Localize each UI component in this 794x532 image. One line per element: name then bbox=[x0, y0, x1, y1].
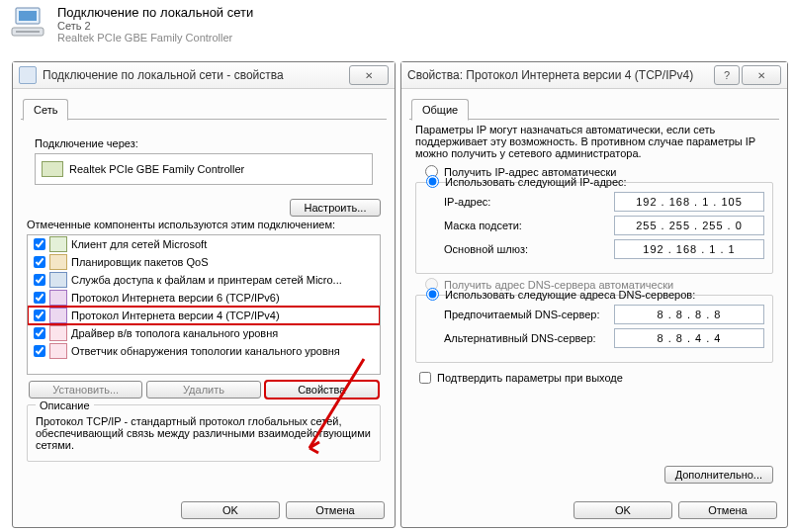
dialog2-titlebar: Свойства: Протокол Интернета версии 4 (T… bbox=[401, 62, 787, 89]
description-group: Описание Протокол TCP/IP - стандартный п… bbox=[27, 404, 381, 462]
tab-network[interactable]: Сеть bbox=[23, 99, 68, 121]
item-checkbox[interactable] bbox=[34, 345, 45, 357]
list-item[interactable]: Клиент для сетей Microsoft bbox=[28, 235, 380, 253]
lltd-driver-icon bbox=[49, 325, 67, 341]
qos-icon bbox=[49, 254, 67, 270]
list-item[interactable]: Ответчик обнаружения топологии канальног… bbox=[28, 342, 380, 360]
ipv4-icon bbox=[49, 308, 67, 323]
ipv4-properties-dialog: Свойства: Протокол Интернета версии 4 (T… bbox=[400, 61, 788, 528]
dns2-label: Альтернативный DNS-сервер: bbox=[444, 332, 596, 344]
advanced-button[interactable]: Дополнительно... bbox=[664, 466, 773, 484]
help-button[interactable]: ? bbox=[714, 65, 740, 85]
close-button[interactable]: ✕ bbox=[742, 65, 781, 85]
radio-manual-dns-input[interactable] bbox=[426, 288, 439, 301]
nic-icon bbox=[42, 161, 63, 177]
list-item[interactable]: Планировщик пакетов QoS bbox=[28, 253, 380, 271]
ok-button[interactable]: OK bbox=[573, 501, 672, 519]
list-item[interactable]: Драйвер в/в тополога канального уровня bbox=[28, 324, 380, 342]
description-text: Протокол TCP/IP - стандартный протокол г… bbox=[36, 415, 372, 451]
gateway-label: Основной шлюз: bbox=[444, 243, 528, 255]
confirm-label: Подтвердить параметры при выходе bbox=[437, 372, 623, 384]
item-label: Протокол Интернета версии 4 (TCP/IPv4) bbox=[71, 310, 280, 321]
item-label: Протокол Интернета версии 6 (TCP/IPv6) bbox=[71, 292, 280, 304]
confirm-checkbox[interactable] bbox=[419, 372, 431, 384]
cancel-button[interactable]: Отмена bbox=[678, 501, 777, 519]
mask-input[interactable]: 255 . 255 . 255 . 0 bbox=[614, 216, 764, 235]
ok-button[interactable]: OK bbox=[181, 501, 280, 519]
dialog1-titlebar: Подключение по локальной сети - свойства… bbox=[13, 62, 395, 89]
close-button[interactable]: ✕ bbox=[349, 65, 389, 85]
mask-label: Маска подсети: bbox=[444, 220, 522, 231]
radio-label: Использовать следующие адреса DNS-сервер… bbox=[445, 289, 695, 301]
ip-note: Параметры IP могут назначаться автоматич… bbox=[415, 124, 773, 159]
list-item-ipv4[interactable]: Протокол Интернета версии 4 (TCP/IPv4) bbox=[28, 307, 380, 324]
properties-button[interactable]: Свойства bbox=[265, 381, 379, 399]
install-button[interactable]: Установить... bbox=[29, 381, 142, 399]
manual-dns-group: Использовать следующие адреса DNS-сервер… bbox=[415, 295, 773, 363]
adapter-properties-dialog: Подключение по локальной сети - свойства… bbox=[12, 61, 396, 528]
item-checkbox[interactable] bbox=[34, 274, 45, 286]
radio-manual-dns[interactable]: Использовать следующие адреса DNS-сервер… bbox=[416, 288, 764, 301]
share-icon bbox=[49, 272, 67, 288]
item-label: Драйвер в/в тополога канального уровня bbox=[71, 327, 278, 339]
item-label: Служба доступа к файлам и принтерам сете… bbox=[71, 274, 342, 286]
item-checkbox[interactable] bbox=[34, 238, 45, 250]
connection-adapter: Realtek PCIe GBE Family Controller bbox=[57, 32, 253, 44]
remove-button[interactable]: Удалить bbox=[146, 381, 260, 399]
dns1-input[interactable]: 8 . 8 . 8 . 8 bbox=[614, 305, 764, 324]
item-label: Ответчик обнаружения топологии канальног… bbox=[71, 345, 340, 357]
gateway-input[interactable]: 192 . 168 . 1 . 1 bbox=[614, 239, 764, 259]
ip-input[interactable]: 192 . 168 . 1 . 105 bbox=[614, 192, 764, 212]
dlg2-tabstrip: Общие bbox=[409, 97, 779, 120]
connection-header: Подключение по локальной сети Сеть 2 Rea… bbox=[8, 4, 253, 44]
dns1-label: Предпочитаемый DNS-сервер: bbox=[444, 309, 599, 320]
ipv6-icon bbox=[49, 290, 67, 306]
list-item[interactable]: Протокол Интернета версии 6 (TCP/IPv6) bbox=[28, 289, 380, 307]
confirm-on-exit[interactable]: Подтвердить параметры при выходе bbox=[415, 369, 773, 387]
radio-label: Использовать следующий IP-адрес: bbox=[445, 176, 627, 188]
network-adapter-icon bbox=[8, 4, 51, 44]
dialog-icon bbox=[19, 66, 37, 84]
configure-button[interactable]: Настроить... bbox=[290, 199, 381, 217]
lltd-responder-icon bbox=[49, 343, 67, 359]
tab-general[interactable]: Общие bbox=[411, 99, 469, 121]
adapter-display: Realtek PCIe GBE Family Controller bbox=[35, 153, 373, 185]
item-checkbox[interactable] bbox=[34, 310, 45, 321]
dialog1-title: Подключение по локальной сети - свойства bbox=[43, 68, 284, 82]
radio-manual-ip-input[interactable] bbox=[426, 175, 439, 188]
item-checkbox[interactable] bbox=[34, 292, 45, 304]
item-checkbox[interactable] bbox=[34, 256, 45, 268]
list-item[interactable]: Служба доступа к файлам и принтерам сете… bbox=[28, 271, 380, 289]
item-checkbox[interactable] bbox=[34, 327, 45, 339]
components-list[interactable]: Клиент для сетей Microsoft Планировщик п… bbox=[27, 234, 381, 375]
connection-network: Сеть 2 bbox=[57, 20, 253, 32]
dialog2-title: Свойства: Протокол Интернета версии 4 (T… bbox=[407, 68, 693, 82]
item-label: Планировщик пакетов QoS bbox=[71, 256, 209, 268]
adapter-name: Realtek PCIe GBE Family Controller bbox=[69, 163, 244, 175]
connect-using-label: Подключение через: bbox=[35, 137, 373, 149]
components-label: Отмеченные компоненты используются этим … bbox=[27, 219, 381, 230]
dlg1-tabstrip: Сеть bbox=[21, 97, 387, 120]
ip-label: IP-адрес: bbox=[444, 196, 490, 208]
dns2-input[interactable]: 8 . 8 . 4 . 4 bbox=[614, 328, 764, 348]
client-icon bbox=[49, 236, 67, 252]
manual-ip-group: Использовать следующий IP-адрес: IP-адре… bbox=[415, 182, 773, 274]
svg-rect-1 bbox=[19, 11, 37, 21]
radio-manual-ip[interactable]: Использовать следующий IP-адрес: bbox=[416, 175, 764, 188]
item-label: Клиент для сетей Microsoft bbox=[71, 238, 207, 250]
connection-title: Подключение по локальной сети bbox=[57, 5, 253, 20]
description-label: Описание bbox=[36, 399, 94, 411]
cancel-button[interactable]: Отмена bbox=[286, 501, 385, 519]
